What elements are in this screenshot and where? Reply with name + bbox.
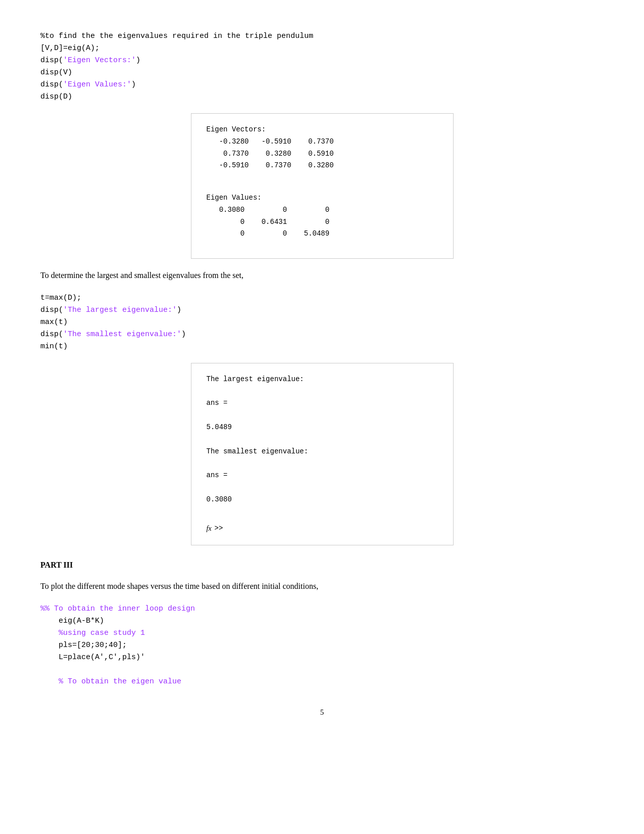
code-line-pls: pls=[20;30;40]; (40, 641, 127, 650)
largest-eigenvalue-label: The largest eigenvalue: (207, 374, 438, 386)
code-line-min: min(t) (40, 342, 68, 351)
eigen-vectors-label: Eigen Vectors: (207, 124, 438, 136)
code-keyword-the2: the (227, 32, 240, 40)
smallest-eigenvalue-label: The smallest eigenvalue: (207, 446, 438, 458)
code-block-3: %% To obtain the inner loop design eig(A… (40, 603, 604, 688)
code-line-t: t=max(D); (40, 294, 81, 302)
code-line-2: [V,D]=eig(A); (40, 44, 100, 53)
eigen-vectors-section: Eigen Vectors: -0.3280 -0.5910 0.7370 0.… (207, 124, 438, 172)
smallest-ans-val: 0.3080 (207, 494, 438, 506)
code-block-2: t=max(D); disp('The largest eigenvalue:'… (40, 292, 604, 353)
eigen-values-label: Eigen Values: (207, 192, 438, 204)
largest-ans-eq: ans = (207, 397, 438, 409)
fx-symbol: fx (207, 523, 212, 535)
code-line-eig: eig(A-B*K) (40, 617, 104, 625)
code-line-5: disp('Eigen Values:') (40, 80, 136, 89)
code-block-1: %to find the the eigenvalues required in… (40, 30, 604, 103)
largest-ans-val: 5.0489 (207, 422, 438, 434)
code-comment-eigen-val: % To obtain the eigen value (40, 677, 181, 686)
eigen-vectors-matrix: -0.3280 -0.5910 0.7370 0.7370 0.3280 0.5… (207, 136, 438, 172)
code-line-4: disp(V) (40, 68, 72, 77)
page-number: 5 (40, 708, 604, 717)
output-box-2: The largest eigenvalue: ans = 5.0489 The… (191, 363, 454, 545)
code-comment-1: %to find the (40, 32, 100, 40)
code-comment-inner-loop: %% To obtain the inner loop design (40, 605, 195, 613)
code-line-6: disp(D) (40, 92, 72, 101)
code-comment-1c: triple pendulum (240, 32, 313, 40)
code-line-place: L=place(A',C',pls)' (40, 653, 145, 662)
command-prompt-line: fx >> (207, 523, 438, 535)
section-heading-part3: PART III (40, 561, 604, 570)
code-comment-case-study: %using case study 1 (40, 629, 145, 637)
prose-2: To plot the different mode shapes versus… (40, 580, 604, 593)
prompt-arrow: >> (215, 523, 223, 535)
smallest-ans-eq: ans = (207, 470, 438, 482)
code-comment-1b: eigenvalues required in (113, 32, 227, 40)
prose-1: To determine the largest and smallest ei… (40, 269, 604, 282)
output-box-1: Eigen Vectors: -0.3280 -0.5910 0.7370 0.… (191, 113, 454, 259)
code-line-disp-largest: disp('The largest eigenvalue:') (40, 306, 181, 314)
eigen-values-section: Eigen Values: 0.3080 0 0 0 0.6431 0 0 0 … (207, 192, 438, 240)
code-keyword-the: the (100, 32, 113, 40)
code-line-3: disp('Eigen Vectors:') (40, 56, 140, 65)
eigen-values-matrix: 0.3080 0 0 0 0.6431 0 0 0 5.0489 (207, 204, 438, 240)
code-line-max: max(t) (40, 318, 68, 327)
code-line-disp-smallest: disp('The smallest eigenvalue:') (40, 330, 186, 339)
